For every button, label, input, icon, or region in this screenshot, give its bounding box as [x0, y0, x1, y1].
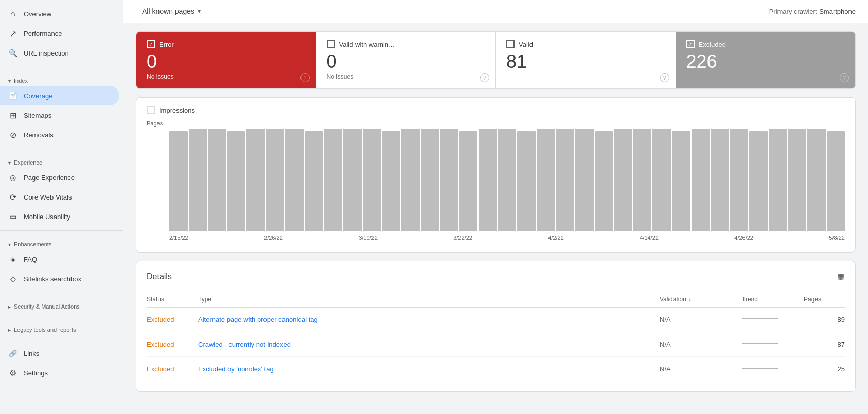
- cell-validation: N/A: [660, 308, 742, 332]
- pages-dropdown-button[interactable]: All known pages ▾: [136, 4, 207, 19]
- excluded-card-header: Excluded: [686, 40, 845, 48]
- cell-trend: [742, 332, 804, 357]
- chart-bar: [169, 131, 188, 231]
- page-experience-icon: [8, 173, 17, 182]
- filter-icon[interactable]: ▦: [837, 272, 845, 281]
- cell-status: Excluded: [147, 332, 198, 357]
- sidebar-item-performance[interactable]: Performance: [0, 24, 119, 43]
- stat-cards: Error 0 No issues ? Valid with warnin...…: [136, 31, 856, 89]
- sidebar-item-overview[interactable]: Overview: [0, 4, 119, 24]
- chart-bar: [343, 129, 362, 231]
- chart-bar: [517, 131, 536, 231]
- chart-bar: [827, 131, 845, 231]
- warning-help-icon[interactable]: ?: [480, 73, 489, 82]
- details-title: Details: [147, 272, 172, 281]
- core-web-vitals-icon: [8, 192, 17, 202]
- chart-bar: [730, 129, 749, 231]
- warning-card-header: Valid with warnin...: [327, 40, 486, 48]
- valid-help-icon[interactable]: ?: [660, 73, 669, 82]
- sidebar-label-faq: FAQ: [24, 256, 37, 263]
- sidebar-item-core-web-vitals[interactable]: Core Web Vitals: [0, 187, 119, 207]
- col-header-pages: Pages: [804, 292, 845, 308]
- col-header-status: Status: [147, 292, 198, 308]
- settings-icon: [8, 368, 17, 377]
- chart-bar: [189, 129, 207, 231]
- chart-bar: [285, 129, 304, 231]
- sidebar-section-legacy[interactable]: ▸ Legacy tools and reports: [0, 320, 123, 335]
- stat-card-excluded[interactable]: Excluded 226 ?: [676, 32, 856, 88]
- sidebar-item-mobile-usability[interactable]: Mobile Usability: [0, 207, 119, 226]
- content-area: Error 0 No issues ? Valid with warnin...…: [123, 23, 868, 400]
- details-table: Status Type Validation ↓ Trend: [147, 292, 845, 381]
- sitemaps-icon: [8, 111, 17, 120]
- chart-bar: [459, 131, 478, 231]
- sidebar-label-url-inspection: URL inspection: [24, 49, 69, 57]
- sidebar-item-faq[interactable]: FAQ: [0, 249, 119, 269]
- stat-card-error[interactable]: Error 0 No issues ?: [136, 32, 316, 88]
- chart-bar: [633, 129, 652, 231]
- chart-bar: [769, 129, 787, 231]
- sidebar-section-legacy-label: Legacy tools and reports: [14, 327, 76, 333]
- cell-type[interactable]: Excluded by 'noindex' tag: [198, 357, 660, 382]
- sidebar-item-sitelinks[interactable]: Sitelinks searchbox: [0, 269, 119, 289]
- error-checkbox[interactable]: [147, 40, 155, 48]
- cell-trend: [742, 357, 804, 382]
- sidebar-item-sitemaps[interactable]: Sitemaps: [0, 105, 119, 125]
- chart-bar: [672, 131, 690, 231]
- x-axis-label: 4/2/22: [548, 235, 564, 241]
- impressions-checkbox[interactable]: [147, 106, 155, 114]
- error-help-icon[interactable]: ?: [300, 73, 310, 82]
- chart-bar: [208, 129, 226, 231]
- table-row: ExcludedAlternate page with proper canon…: [147, 308, 845, 332]
- primary-crawler-label: Primary crawler:: [769, 8, 818, 15]
- cell-validation: N/A: [660, 332, 742, 357]
- valid-checkbox[interactable]: [506, 40, 515, 48]
- sidebar-section-enhancements[interactable]: ▾ Enhancements: [0, 235, 123, 249]
- cell-pages: 89: [804, 308, 845, 332]
- pages-dropdown-label: All known pages: [142, 7, 194, 15]
- stat-card-valid[interactable]: Valid 81 ?: [496, 32, 676, 88]
- cell-pages: 25: [804, 357, 845, 382]
- removals-icon: [8, 130, 17, 139]
- sidebar-section-index-label: Index: [14, 78, 28, 84]
- cell-trend: [742, 308, 804, 332]
- sidebar-item-url-inspection[interactable]: URL inspection: [0, 43, 119, 63]
- chart-bar: [556, 129, 575, 231]
- sidebar-item-settings[interactable]: Settings: [0, 363, 119, 383]
- sidebar-item-coverage[interactable]: Coverage: [0, 86, 119, 105]
- impressions-label: Impressions: [159, 106, 195, 114]
- stat-card-warning[interactable]: Valid with warnin... 0 No issues ?: [316, 32, 497, 88]
- sidebar-label-removals: Removals: [24, 131, 54, 139]
- chart-bar: [749, 131, 768, 231]
- divider-experience: [0, 149, 123, 149]
- chart-bar: [324, 129, 343, 231]
- chart-bar: [227, 131, 246, 231]
- sidebar-item-page-experience[interactable]: Page Experience: [0, 168, 119, 187]
- sidebar-section-security[interactable]: ▸ Security & Manual Actions: [0, 297, 123, 312]
- excluded-help-icon[interactable]: ?: [840, 73, 849, 82]
- sidebar-item-links[interactable]: Links: [0, 344, 119, 363]
- col-header-validation[interactable]: Validation ↓: [660, 292, 742, 308]
- chart-bar: [363, 129, 381, 231]
- sidebar-label-core-web-vitals: Core Web Vitals: [24, 193, 72, 201]
- cell-validation: N/A: [660, 357, 742, 382]
- sidebar-item-removals[interactable]: Removals: [0, 125, 119, 145]
- topbar-right: Primary crawler: Smartphone: [769, 8, 856, 15]
- chevron-down-icon-exp: ▾: [8, 160, 11, 166]
- table-row: ExcludedCrawled - currently not indexedN…: [147, 332, 845, 357]
- trending-icon: [8, 29, 17, 38]
- cell-type[interactable]: Alternate page with proper canonical tag: [198, 308, 660, 332]
- sidebar-section-experience[interactable]: ▾ Experience: [0, 153, 123, 168]
- x-axis: 2/15/222/26/223/10/223/22/224/2/224/14/2…: [169, 231, 845, 244]
- primary-crawler-value: Smartphone: [819, 8, 856, 15]
- stat-cards-wrapper: Error 0 No issues ? Valid with warnin...…: [136, 31, 856, 89]
- sidebar-section-index[interactable]: ▾ Index: [0, 71, 123, 86]
- warning-value: 0: [327, 52, 486, 71]
- trend-line: [742, 314, 778, 324]
- warning-checkbox[interactable]: [327, 40, 335, 48]
- cell-type[interactable]: Crawled - currently not indexed: [198, 332, 660, 357]
- sidebar-section-enhancements-label: Enhancements: [14, 241, 51, 247]
- excluded-checkbox[interactable]: [686, 40, 695, 48]
- sidebar-label-performance: Performance: [24, 30, 62, 38]
- chart-bar: [614, 129, 632, 231]
